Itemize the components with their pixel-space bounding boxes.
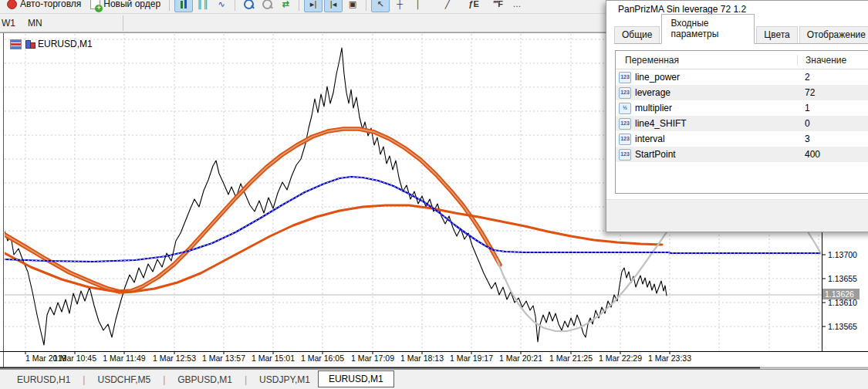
fibonacci-button[interactable]: ƒE xyxy=(465,0,482,12)
current-price-badge-label: 1.13626 xyxy=(825,289,854,299)
dialog-tab-colors[interactable]: Цвета xyxy=(756,26,797,43)
chart-tab-usdjpy-m1[interactable]: USDJPY,M1 xyxy=(252,372,318,387)
chart-tab-eurusd-m1[interactable]: EURUSD,M1 xyxy=(318,370,394,387)
save-profile-icon: ▣ xyxy=(349,0,356,9)
trendline-icon: ╱ xyxy=(445,0,451,9)
parameters-table: Переменная Значение 123line_power2123lev… xyxy=(615,50,868,194)
dialog-title: PanPrizMA Sin leverage 72 1.2 xyxy=(618,4,746,15)
time-axis-label: 1 Mar 18:13 xyxy=(400,353,444,363)
numeric-param-icon: 123 xyxy=(619,72,631,83)
auto-scroll-button[interactable]: ▸| xyxy=(304,0,323,12)
time-axis-label: 1 Mar 17:09 xyxy=(351,353,394,363)
param-name: interval xyxy=(635,134,665,144)
price-axis-label: 1.13565 xyxy=(828,322,857,331)
dialog-tab-strip: ОбщиеВходные параметрыЦветаОтображение xyxy=(614,24,868,44)
auto-trading-button[interactable]: Авто-торговля xyxy=(3,0,85,11)
candlestick-chart-icon xyxy=(181,0,187,8)
param-name: line_power xyxy=(635,72,680,83)
time-axis-label: 1 Mar 10:45 xyxy=(53,353,96,363)
time-axis-label: 1 Mar 23:33 xyxy=(648,353,691,363)
trendline-button[interactable]: ╱ xyxy=(439,0,456,12)
param-row-leverage[interactable]: 123leverage72 xyxy=(616,85,868,100)
time-axis-label: 1 Mar 19:17 xyxy=(450,353,493,363)
chart-bars-icon xyxy=(25,40,35,49)
column-header-variable: Переменная xyxy=(616,55,797,66)
text-tool-button[interactable]: ‴F xyxy=(490,0,507,12)
zoom-out-button[interactable] xyxy=(258,0,275,12)
param-name: leverage xyxy=(635,87,670,98)
save-profile-button[interactable]: ▣ xyxy=(344,0,361,12)
numeric-param-icon: ½ xyxy=(619,103,631,114)
auto-scroll-icon: ▸| xyxy=(310,0,316,9)
param-row-multiplier[interactable]: ½multiplier1 xyxy=(616,100,868,116)
time-axis-label: 1 Mar 15:01 xyxy=(252,353,295,363)
tile-windows-button[interactable]: ⇄ xyxy=(277,0,294,12)
bar-chart-button[interactable]: ║║ xyxy=(194,0,211,12)
param-name: multiplier xyxy=(635,103,672,113)
param-value[interactable]: 0 xyxy=(797,118,810,129)
tab-divider: | xyxy=(163,374,165,385)
price-axis-label: 1.13700 xyxy=(828,250,857,259)
vertical-line-icon: │ xyxy=(416,0,421,8)
param-row-line4_SHIFT[interactable]: 123line4_SHIFT0 xyxy=(616,116,868,131)
param-value[interactable]: 2 xyxy=(797,72,810,83)
tile-windows-icon: ⇄ xyxy=(282,0,289,9)
zoom-in-icon xyxy=(244,0,254,9)
vertical-line-button[interactable]: │ xyxy=(410,0,427,12)
numeric-param-icon: 123 xyxy=(619,134,631,145)
dialog-tab-visualization[interactable]: Отображение xyxy=(799,26,868,43)
line-chart-icon: ∿ xyxy=(218,0,225,9)
chart-tab-gbpusd-m1[interactable]: GBPUSD,M1 xyxy=(170,372,240,387)
auto-trading-label: Авто-торговля xyxy=(20,0,81,9)
tab-divider: | xyxy=(83,374,85,385)
line-chart-button[interactable]: ∿ xyxy=(213,0,230,12)
param-row-interval[interactable]: 123interval3 xyxy=(616,131,868,147)
chart-shift-icon: |◂ xyxy=(330,0,336,9)
param-row-line_power[interactable]: 123line_power2 xyxy=(616,69,868,85)
time-axis-label: 1 Mar 16:05 xyxy=(301,353,344,363)
dialog-tab-common[interactable]: Общие xyxy=(614,26,660,43)
chart-shift-button[interactable]: |◂ xyxy=(324,0,343,12)
time-axis-label: 1 Mar 22:29 xyxy=(599,353,642,363)
timeframe-w1-button[interactable]: W1 xyxy=(0,16,22,30)
time-axis-label: 1 Mar 13:57 xyxy=(202,353,245,363)
crosshair-button[interactable]: ┼ xyxy=(391,0,408,12)
param-value[interactable]: 1 xyxy=(797,103,810,113)
zoom-out-icon xyxy=(262,0,272,9)
more-tools-button[interactable]: … xyxy=(508,0,525,12)
numeric-param-icon: 123 xyxy=(619,118,631,130)
param-value[interactable]: 72 xyxy=(797,87,815,98)
time-axis-label: 1 Mar 20:21 xyxy=(499,353,542,363)
new-order-button[interactable]: Новый ордер xyxy=(86,0,164,11)
chart-tab-eurusd-h1[interactable]: EURUSD,H1 xyxy=(9,372,78,387)
time-axis-label: 1 Mar 21:25 xyxy=(549,353,593,363)
new-order-label: Новый ордер xyxy=(103,0,160,9)
cursor-button[interactable]: ↖ xyxy=(371,0,390,12)
timeframe-mn-button[interactable]: MN xyxy=(22,16,49,30)
text-tool-icon: ‴F xyxy=(494,0,503,8)
param-value[interactable]: 3 xyxy=(797,134,810,144)
param-value[interactable]: 400 xyxy=(797,149,820,160)
chart-tab-bar: EURUSD,H1|USDCHF,M5|GBPUSD,M1|USDJPY,M1E… xyxy=(0,369,868,389)
chart-table-icon xyxy=(10,39,22,49)
metatrader-window: 1 Mar 20191 Mar 10:451 Mar 11:491 Mar 12… xyxy=(0,0,868,389)
chart-symbol-label-group: EURUSD,M1 xyxy=(10,39,93,49)
time-axis-label: 1 Mar 11:49 xyxy=(103,353,145,363)
tab-divider: | xyxy=(245,374,247,385)
column-header-value: Значение xyxy=(797,55,846,66)
numeric-param-icon: 123 xyxy=(619,87,631,99)
param-name: StartPoint xyxy=(635,149,676,160)
numeric-param-icon: 123 xyxy=(619,149,631,161)
dialog-footer xyxy=(606,199,868,232)
time-axis-label: 1 Mar 12:53 xyxy=(153,353,196,363)
zoom-in-button[interactable] xyxy=(240,0,257,12)
chart-tab-usdchf-m5[interactable]: USDCHF,M5 xyxy=(90,372,158,387)
fibonacci-icon: ƒE xyxy=(468,0,478,8)
auto-trading-icon xyxy=(7,0,17,9)
param-row-StartPoint[interactable]: 123StartPoint400 xyxy=(616,147,868,162)
param-name: line4_SHIFT xyxy=(635,118,687,129)
crosshair-icon: ┼ xyxy=(397,0,403,8)
chart-symbol-label: EURUSD,M1 xyxy=(38,39,93,49)
candlestick-chart-button[interactable] xyxy=(174,0,193,12)
dialog-tab-inputs[interactable]: Входные параметры xyxy=(661,14,755,44)
